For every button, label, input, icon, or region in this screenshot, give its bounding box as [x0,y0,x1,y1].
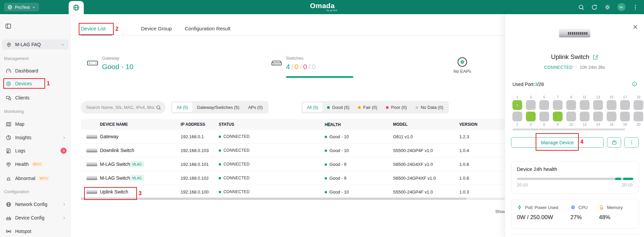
no-eaps-icon [458,57,467,67]
toolkit-button[interactable] [607,137,621,148]
omada-logo: Omada by tp-link [306,2,339,12]
beta-badge: BETA [38,176,49,181]
switches-health-bar [286,76,353,78]
hotspot-icon [6,229,11,234]
port-grid-scrollbar[interactable] [512,128,625,130]
port-14[interactable] [593,112,603,121]
port-8[interactable] [553,112,563,121]
filter-all[interactable]: All (5) [172,102,192,112]
device-thumbnail [86,176,97,180]
table-row-mlag-switch-1[interactable]: M-LAG Switch 1 MLAG 192.168.0.101 CONNEC… [81,157,505,171]
panel-device-name: Uplink Switch [551,53,589,61]
chevron-right-icon [62,216,66,220]
chevron-right-icon [62,136,66,140]
sidebar-item-clients[interactable]: Clients [0,93,70,102]
port-label-14: 14 [596,122,600,127]
sidebar-item-network-config[interactable]: Network Config [0,200,70,209]
port-4[interactable] [526,112,536,121]
port-19[interactable] [634,100,643,110]
filter-health-fair[interactable]: Fair (0) [354,102,382,112]
sidebar-collapse-icon[interactable] [5,23,11,29]
theme-brightness-icon[interactable] [604,4,611,10]
filter-gateway-switches[interactable]: Gateway/Switches (5) [192,102,244,112]
port-2[interactable] [512,112,522,121]
health-filter: All (5) Good (5) Fair (0) Poor (0) No Da… [301,101,449,114]
port-18[interactable] [620,112,630,121]
sidebar-item-abnormal[interactable]: Abnormal BETA [0,174,70,183]
search-icon[interactable] [578,4,584,10]
port-11[interactable] [580,100,589,110]
kebab-menu-icon [629,140,635,145]
health-start-time: 20:10 [517,182,528,187]
switches-stat-value: 4/0/0/0 [286,63,316,71]
table-row-downlink-switch[interactable]: Downlink Switch 192.168.0.103 CONNECTED … [81,144,505,157]
port-17[interactable] [620,100,630,110]
health-card-title: Device 24h health [517,166,557,172]
port-label-2: 2 [516,122,518,127]
sidebar-item-insights[interactable]: Insights [0,133,70,142]
status-divider [576,65,576,69]
poe-label: PoE Power Used [525,205,558,210]
logs-count-badge: 3 [61,148,67,154]
port-label-16: 16 [610,122,614,127]
sidebar-item-hotspot[interactable]: Hotspot [0,227,70,236]
sidebar-item-devices[interactable]: Devices [0,79,70,88]
more-actions-button[interactable] [624,137,639,148]
port-20[interactable] [634,112,643,121]
avatar[interactable]: LL [617,3,625,11]
port-label-13: 13 [596,95,600,99]
tab-device-group[interactable]: Device Group [141,26,172,31]
port-12[interactable] [580,112,589,121]
port-info-icon[interactable] [632,81,637,87]
port-9[interactable] [566,100,576,110]
sidebar-site-item[interactable]: M-LAG FAQ [2,39,69,50]
tab-device-list[interactable]: Device List [81,26,105,31]
site-selector[interactable]: ProTest [4,3,39,11]
port-10[interactable] [566,112,576,121]
search-input[interactable] [81,105,156,110]
table-row-uplink-switch[interactable]: Uplink Switch 192.168.0.100 CONNECTED Go… [81,185,505,199]
sidebar-item-health[interactable]: Health BETA [0,159,70,169]
port-1[interactable]: ↑ [512,100,522,110]
port-label-5: 5 [543,95,545,99]
sidebar-item-map[interactable]: Map [0,119,70,129]
device-thumbnail [86,149,97,152]
device-thumbnail [86,162,97,166]
port-15[interactable] [607,100,616,110]
device-24h-health-card: Device 24h health 20:10 20:10 [511,161,639,194]
port-label-20: 20 [637,122,641,127]
table-row-mlag-switch-2[interactable]: M-LAG Switch 2 MLAG 192.168.0.102 CONNEC… [81,171,505,185]
filter-aps[interactable]: APs (0) [244,102,267,112]
sidebar-item-device-config[interactable]: Device Config [0,213,70,223]
edit-icon[interactable] [593,54,598,60]
port-3[interactable] [526,100,536,110]
filter-health-all[interactable]: All (5) [302,102,323,112]
chevron-down-icon [61,43,65,47]
global-view-tab[interactable] [69,1,84,14]
port-16[interactable] [607,112,616,121]
site-selector-label: ProTest [15,5,30,10]
port-13[interactable] [593,100,603,110]
sidebar-item-logs[interactable]: Logs 3 [0,146,70,155]
tab-configuration-result[interactable]: Configuration Result [185,26,230,31]
gateway-stat-value: Good - 10 [102,63,133,71]
globe-icon [73,4,80,11]
device-thumbnail [86,190,97,194]
port-5[interactable] [539,100,549,110]
port-label-10: 10 [569,122,573,127]
refresh-icon[interactable] [591,4,598,10]
table-row-gateway[interactable]: Gateway 192.168.0.1 CONNECTED Good - 10 … [81,130,505,144]
device-type-filter: All (5) Gateway/Switches (5) APs (0) [171,101,269,114]
sidebar-item-dashboard[interactable]: Dashboard [0,66,70,76]
manage-device-button[interactable]: Manage Device [511,137,604,148]
switches-icon [271,59,282,67]
horizontal-scrollbar[interactable] [81,198,505,200]
filter-health-nodata[interactable]: No Data (0) [411,102,448,112]
kebab-menu-icon[interactable] [632,4,639,10]
port-6[interactable] [539,112,549,121]
port-7[interactable] [553,100,563,110]
close-icon[interactable] [632,24,638,30]
filter-health-poor[interactable]: Poor (0) [382,102,411,112]
filter-health-good[interactable]: Good (5) [323,102,354,112]
port-label-3: 3 [530,95,532,99]
